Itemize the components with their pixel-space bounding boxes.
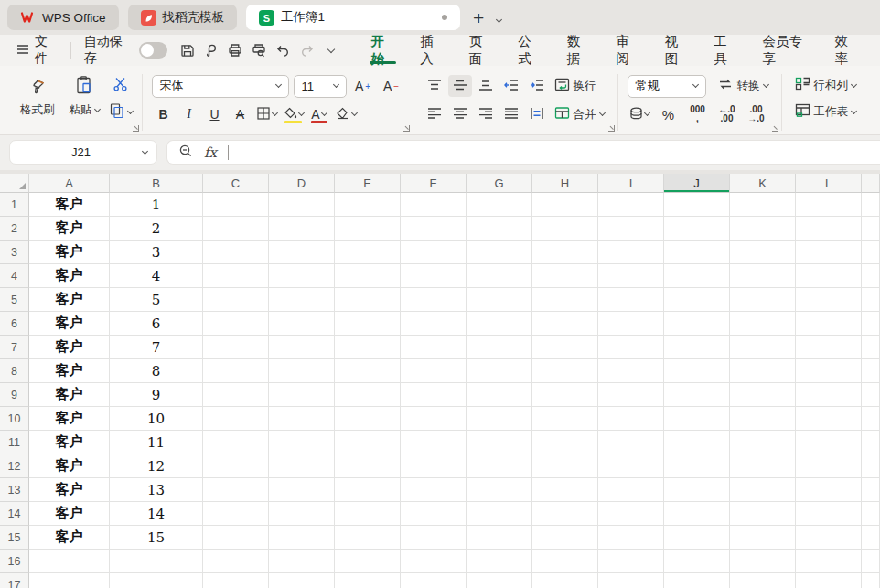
column-header-A[interactable]: A <box>29 174 110 193</box>
cell-L7[interactable] <box>796 336 862 359</box>
cell-L6[interactable] <box>796 312 862 336</box>
cell-I5[interactable] <box>598 288 664 312</box>
cell-H12[interactable] <box>532 454 598 478</box>
cell-I14[interactable] <box>598 502 664 526</box>
cell-I17[interactable] <box>598 573 664 588</box>
cell-D17[interactable] <box>269 573 335 588</box>
cell-B17[interactable] <box>110 573 203 588</box>
ribbon-tab-工具[interactable]: 工具 <box>701 35 749 66</box>
strikethrough-button[interactable]: A <box>229 103 252 125</box>
fill-color-button[interactable] <box>281 103 306 125</box>
row-header-7[interactable]: 7 <box>0 336 29 359</box>
cell-C17[interactable] <box>203 573 269 588</box>
cell-L1[interactable] <box>796 193 862 217</box>
cell-A2[interactable]: 客户 <box>29 217 110 241</box>
autosave-control[interactable]: 自动保存 <box>77 37 176 63</box>
row-header-10[interactable]: 10 <box>0 407 29 431</box>
row-header-2[interactable]: 2 <box>0 217 29 241</box>
cell-G9[interactable] <box>467 383 532 407</box>
column-header-H[interactable]: H <box>532 174 598 193</box>
cell-D13[interactable] <box>269 478 335 502</box>
cell-D14[interactable] <box>269 502 335 526</box>
cell-F8[interactable] <box>401 359 467 383</box>
distributed-button[interactable] <box>525 103 549 125</box>
cell-B6[interactable]: 6 <box>110 312 203 336</box>
cell-F9[interactable] <box>401 383 467 407</box>
cell-J6[interactable] <box>664 312 730 336</box>
cell-A6[interactable]: 客户 <box>29 312 110 336</box>
row-header-17[interactable]: 17 <box>0 573 29 588</box>
cell-E13[interactable] <box>335 478 401 502</box>
cell-L15[interactable] <box>796 526 862 550</box>
cell-C5[interactable] <box>203 288 269 312</box>
cell-D6[interactable] <box>269 312 335 336</box>
align-left-button[interactable] <box>423 103 446 125</box>
ribbon-tab-插入[interactable]: 插入 <box>407 35 456 66</box>
number-dialog-launcher[interactable] <box>772 125 778 132</box>
row-header-3[interactable]: 3 <box>0 241 29 264</box>
cell-D5[interactable] <box>269 288 335 312</box>
cell-D15[interactable] <box>269 526 335 550</box>
ribbon-tab-公式[interactable]: 公式 <box>505 35 553 66</box>
cell-K12[interactable] <box>730 454 796 478</box>
rows-columns-button[interactable]: 行和列 <box>791 75 861 96</box>
cell-J4[interactable] <box>664 264 730 288</box>
cell-F10[interactable] <box>401 407 467 431</box>
window-tab-workbook1[interactable]: S工作簿1 <box>246 5 460 30</box>
tab-list-button[interactable] <box>497 9 501 26</box>
cell-A4[interactable]: 客户 <box>29 264 110 288</box>
column-header-D[interactable]: D <box>269 174 335 193</box>
ribbon-tab-效率[interactable]: 效率 <box>822 35 871 66</box>
cell-B5[interactable]: 5 <box>110 288 203 312</box>
cell-A10[interactable]: 客户 <box>29 407 110 431</box>
column-header-J[interactable]: J <box>664 174 730 193</box>
cell-H16[interactable] <box>532 550 598 573</box>
cell-K13[interactable] <box>730 478 796 502</box>
cell-K16[interactable] <box>730 550 796 573</box>
cell-K4[interactable] <box>730 264 796 288</box>
increase-font-button[interactable]: A+ <box>351 75 375 97</box>
cell-A5[interactable]: 客户 <box>29 288 110 312</box>
cell-B2[interactable]: 2 <box>110 217 203 241</box>
cell-A9[interactable]: 客户 <box>29 383 110 407</box>
cell-K2[interactable] <box>730 217 796 241</box>
cell-L10[interactable] <box>796 407 862 431</box>
cell-I8[interactable] <box>598 359 664 383</box>
cell-E12[interactable] <box>335 454 401 478</box>
decrease-decimal-button[interactable]: ←.0.00 <box>715 103 739 125</box>
cell-J15[interactable] <box>664 526 730 550</box>
cell-F3[interactable] <box>401 241 467 264</box>
column-header-G[interactable]: G <box>467 174 532 193</box>
column-header-L[interactable]: L <box>796 174 862 193</box>
column-header-I[interactable]: I <box>598 174 664 193</box>
new-tab-button[interactable]: + <box>469 8 488 27</box>
autosave-toggle[interactable] <box>139 42 168 59</box>
cell-E11[interactable] <box>335 431 401 454</box>
cell-H15[interactable] <box>532 526 598 550</box>
cell-K3[interactable] <box>730 241 796 264</box>
column-header-B[interactable]: B <box>110 174 203 193</box>
cell-B15[interactable]: 15 <box>110 526 203 550</box>
redo-button[interactable] <box>295 38 318 62</box>
cell-J11[interactable] <box>664 431 730 454</box>
alignment-dialog-launcher[interactable] <box>608 125 615 132</box>
row-header-15[interactable]: 15 <box>0 526 29 550</box>
cell-K6[interactable] <box>730 312 796 336</box>
cell-A13[interactable]: 客户 <box>29 478 110 502</box>
cell-H9[interactable] <box>532 383 598 407</box>
undo-button[interactable] <box>271 38 295 62</box>
column-header-C[interactable]: C <box>203 174 269 193</box>
ribbon-tab-审阅[interactable]: 审阅 <box>603 35 651 66</box>
cell-J1[interactable] <box>664 193 730 217</box>
cell-I1[interactable] <box>598 193 664 217</box>
cell-H10[interactable] <box>532 407 598 431</box>
cell-J9[interactable] <box>664 383 730 407</box>
cell-K10[interactable] <box>730 407 796 431</box>
cell-D16[interactable] <box>269 550 335 573</box>
cell-B7[interactable]: 7 <box>110 336 203 359</box>
cell-I4[interactable] <box>598 264 664 288</box>
cell-H14[interactable] <box>532 502 598 526</box>
cell-B13[interactable]: 13 <box>110 478 203 502</box>
percent-button[interactable]: % <box>657 103 681 125</box>
cell-A15[interactable]: 客户 <box>29 526 110 550</box>
